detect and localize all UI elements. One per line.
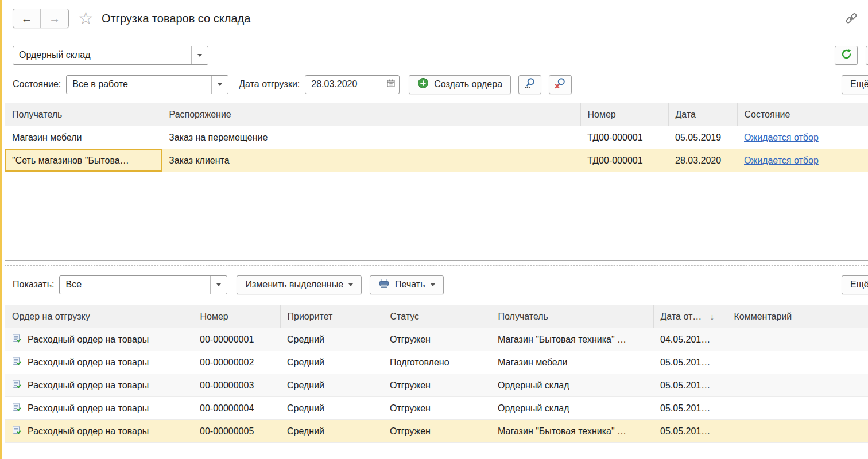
document-icon: [12, 379, 22, 391]
cell-date[interactable]: 05.05.2019: [668, 126, 737, 149]
state-value: Все в работе: [67, 76, 211, 94]
col-number[interactable]: Номер: [193, 305, 280, 328]
search-cancel-icon: [554, 77, 567, 92]
arrow-left-icon: ←: [21, 12, 33, 25]
cell-ship-date[interactable]: 05.05.201…: [653, 374, 727, 397]
shipment-form: ← → ☆ Отгрузка товаров со склада Ордерны…: [5, 0, 868, 443]
table-row[interactable]: Расходный ордер на товары 00-00000004 Ср…: [5, 397, 868, 420]
cell-number[interactable]: 00-00000002: [193, 351, 280, 374]
cancel-search-button[interactable]: [549, 75, 572, 94]
warehouse-combobox[interactable]: Ордерный склад: [13, 46, 208, 65]
document-icon: [12, 356, 22, 368]
cell-comment[interactable]: [727, 351, 868, 374]
cell-state[interactable]: Ожидается отбор: [737, 126, 868, 149]
table-row[interactable]: Магазин мебели Заказ на перемещение ТД00…: [5, 126, 868, 149]
cell-priority[interactable]: Средний: [280, 397, 383, 420]
state-dropdown-button[interactable]: [211, 76, 228, 94]
cell-number[interactable]: 00-00000001: [193, 328, 280, 351]
cell-number[interactable]: ТД00-000001: [580, 149, 668, 172]
clipped-edge-button[interactable]: [866, 46, 868, 65]
cell-recipient[interactable]: Ордерный склад: [491, 397, 653, 420]
cell-comment[interactable]: [727, 397, 868, 420]
cell-comment[interactable]: [727, 328, 868, 351]
cell-ship-date[interactable]: 05.05.201…: [653, 397, 727, 420]
col-priority[interactable]: Приоритет: [280, 305, 383, 328]
table-row[interactable]: Расходный ордер на товары 00-00000001 Ср…: [5, 328, 868, 351]
cell-status[interactable]: Отгружен: [383, 397, 491, 420]
cell-comment[interactable]: [727, 420, 868, 443]
cell-status[interactable]: Отгружен: [383, 374, 491, 397]
col-shipment-order[interactable]: Ордер на отгрузку: [5, 305, 193, 328]
col-order-basis[interactable]: Распоряжение: [162, 103, 580, 126]
cell-order-type[interactable]: Расходный ордер на товары: [5, 351, 193, 374]
col-state[interactable]: Состояние: [737, 103, 868, 126]
order-type-label: Расходный ордер на товары: [28, 334, 149, 345]
cell-order-basis[interactable]: Заказ на перемещение: [162, 126, 580, 149]
cell-number[interactable]: ТД00-000001: [580, 126, 668, 149]
cell-ship-date[interactable]: 05.05.201…: [653, 420, 727, 443]
ship-date-field[interactable]: 28.03.2020: [305, 75, 400, 94]
show-combobox[interactable]: Все: [59, 275, 227, 294]
cell-recipient-active[interactable]: "Сеть магазинов "Бытова…: [5, 149, 162, 172]
cell-priority[interactable]: Средний: [280, 351, 383, 374]
calendar-picker-button[interactable]: [382, 76, 399, 94]
advanced-search-button[interactable]: [518, 75, 541, 94]
get-link-icon[interactable]: [845, 12, 858, 25]
cell-order-type[interactable]: Расходный ордер на товары: [5, 328, 193, 351]
cell-status[interactable]: Отгружен: [383, 420, 491, 443]
state-link[interactable]: Ожидается отбор: [744, 133, 819, 142]
more-button-top[interactable]: Ещё: [842, 75, 868, 94]
warehouse-dropdown-button[interactable]: [191, 46, 208, 64]
col-status[interactable]: Статус: [383, 305, 491, 328]
cell-status[interactable]: Отгружен: [383, 328, 491, 351]
col-recipient[interactable]: Получатель: [5, 103, 162, 126]
cell-comment[interactable]: [727, 374, 868, 397]
table-row-selected[interactable]: "Сеть магазинов "Бытова… Заказ клиента Т…: [5, 149, 868, 172]
pane-divider: [5, 260, 868, 261]
create-orders-button[interactable]: Создать ордера: [409, 75, 511, 94]
more-button-bottom[interactable]: Ещё: [842, 275, 868, 294]
cell-number[interactable]: 00-00000005: [193, 420, 280, 443]
cell-order-type-active[interactable]: Расходный ордер на товары: [5, 420, 193, 443]
col-number[interactable]: Номер: [580, 103, 668, 126]
col-recipient[interactable]: Получатель: [491, 305, 653, 328]
cell-priority[interactable]: Средний: [280, 328, 383, 351]
cell-order-type[interactable]: Расходный ордер на товары: [5, 374, 193, 397]
favorite-star-icon[interactable]: ☆: [78, 10, 94, 27]
order-type-label: Расходный ордер на товары: [28, 357, 149, 368]
cell-recipient[interactable]: Магазин "Бытовая техника" …: [491, 420, 653, 443]
state-link[interactable]: Ожидается отбор: [744, 155, 819, 165]
warehouse-toolbar: Ордерный склад: [5, 45, 868, 65]
table-row[interactable]: Расходный ордер на товары 00-00000002 Ср…: [5, 351, 868, 374]
edit-selected-button[interactable]: Изменить выделенные: [237, 275, 362, 294]
cell-recipient[interactable]: Магазин мебели: [5, 126, 162, 149]
pane-splitter[interactable]: [5, 265, 868, 266]
col-date[interactable]: Дата: [668, 103, 737, 126]
document-icon: [12, 402, 22, 414]
cell-number[interactable]: 00-00000003: [193, 374, 280, 397]
cell-ship-date[interactable]: 05.05.201…: [653, 351, 727, 374]
col-ship-date[interactable]: Дата от… ↓: [653, 305, 727, 328]
cell-state[interactable]: Ожидается отбор: [737, 149, 868, 172]
cell-recipient[interactable]: Магазин мебели: [491, 351, 653, 374]
table-row[interactable]: Расходный ордер на товары 00-00000003 Ср…: [5, 374, 868, 397]
state-combobox[interactable]: Все в работе: [66, 75, 228, 94]
cell-recipient[interactable]: Ордерный склад: [491, 374, 653, 397]
cell-order-basis[interactable]: Заказ клиента: [162, 149, 580, 172]
table-row-selected[interactable]: Расходный ордер на товары 00-00000005 Ср…: [5, 420, 868, 443]
col-comment[interactable]: Комментарий: [727, 305, 868, 328]
cell-number[interactable]: 00-00000004: [193, 397, 280, 420]
cell-status[interactable]: Подготовлено: [383, 351, 491, 374]
print-button[interactable]: Печать: [370, 275, 443, 294]
refresh-button[interactable]: [835, 46, 858, 65]
cell-recipient[interactable]: Магазин "Бытовая техника" …: [491, 328, 653, 351]
forward-button[interactable]: →: [41, 9, 68, 28]
cell-ship-date[interactable]: 04.05.201…: [653, 328, 727, 351]
back-button[interactable]: ←: [13, 9, 41, 28]
cell-date[interactable]: 28.03.2020: [668, 149, 737, 172]
show-dropdown-button[interactable]: [210, 276, 227, 294]
cell-order-type[interactable]: Расходный ордер на товары: [5, 397, 193, 420]
cell-priority[interactable]: Средний: [280, 420, 383, 443]
show-toolbar: Показать: Все Изменить выделенные Печать: [5, 275, 868, 294]
cell-priority[interactable]: Средний: [280, 374, 383, 397]
